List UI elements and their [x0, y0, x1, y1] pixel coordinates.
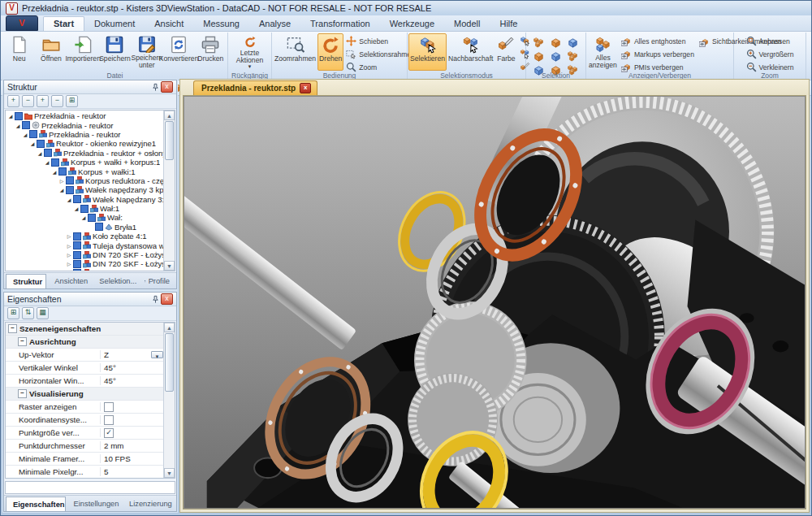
selektion-tool-icon[interactable]	[531, 36, 547, 49]
horizontaler-winkel-field[interactable]: 45°	[101, 376, 164, 385]
speichern-unter-button[interactable]: Speichern unter	[131, 33, 162, 71]
speichern-button[interactable]: Speichern	[99, 33, 131, 71]
expand-selected-button[interactable]: +	[37, 95, 49, 107]
scroll-thumb[interactable]	[165, 121, 174, 160]
close-icon[interactable]: x	[161, 81, 173, 93]
tree-item[interactable]: ◢Wał:	[6, 213, 163, 222]
neu-button[interactable]: Neu	[3, 33, 35, 71]
tab-hilfe[interactable]: Hilfe	[490, 17, 527, 31]
oeffnen-button[interactable]: Öffnen	[35, 33, 67, 71]
vertikaler-winkel-field[interactable]: 45°	[101, 363, 164, 372]
scroll-down-icon[interactable]: ▼	[164, 468, 175, 478]
tree-item[interactable]: ▷Korpus reduktora - część dolna:1	[6, 176, 163, 185]
tree-item[interactable]: ◢Reuktor - okienko rewizyjne1	[6, 139, 163, 148]
expand-all-button[interactable]: +	[7, 95, 19, 107]
tree-item[interactable]: ◢Przekładnia - reuktor	[6, 130, 163, 139]
close-icon[interactable]: x	[161, 293, 173, 305]
property-group-header[interactable]: −Visualisierung	[6, 388, 164, 401]
tab-transformation[interactable]: Transformation	[300, 17, 380, 31]
schieben-button[interactable]: Schieben	[343, 35, 417, 47]
tree-item[interactable]: ▷DIN 720 SKF - Łożysko stożkowe	[6, 250, 163, 259]
selektionsrahmen-button[interactable]: Selektionsrahmen	[343, 48, 417, 60]
selektion-tool-icon[interactable]	[565, 50, 581, 63]
tab-modell[interactable]: Modell	[444, 17, 490, 31]
selektion-tool-icon[interactable]	[531, 50, 547, 63]
punktdurchmesser-field[interactable]: 2 mm	[101, 441, 164, 450]
markups-verbergen-button[interactable]: Markups verbergen	[619, 48, 697, 60]
title-bar[interactable]: V Przekładnia - reuktor.stp - Kisters 3D…	[1, 1, 811, 15]
collapse-all-button[interactable]: −	[22, 95, 34, 107]
tab-dokument[interactable]: Dokument	[84, 17, 145, 31]
tab-analyse[interactable]: Analyse	[249, 17, 300, 31]
tree-item[interactable]: ◢Wałek napędzany 3 kpl.:1	[6, 185, 163, 194]
alles-anzeigen-button[interactable]: Alles anzeigen	[587, 33, 619, 71]
letzte-aktionen-button[interactable]: Letzte Aktionen▼	[229, 33, 270, 71]
tree-item[interactable]: ◢Korpus + wałki + korpus:1	[6, 158, 163, 167]
sort-button[interactable]: ⇅	[22, 307, 34, 319]
zoomrahmen-button[interactable]: Zoomrahmen	[273, 33, 317, 71]
tab-struktur[interactable]: Struktur	[6, 274, 46, 288]
selektieren-button[interactable]: Selektieren	[408, 33, 447, 71]
filter-button[interactable]: ▦	[37, 307, 49, 319]
tab-messung[interactable]: Messung	[193, 17, 249, 31]
drehen-button[interactable]: Drehen	[317, 33, 343, 71]
importieren-button[interactable]: Importieren	[67, 33, 99, 71]
close-icon[interactable]: x	[300, 83, 311, 93]
scroll-up-icon[interactable]: ▲	[164, 111, 175, 120]
property-group-header[interactable]: −Szeneneigenschaften	[6, 323, 164, 336]
tree-item[interactable]: ▷Koło zębate 4:1	[6, 232, 163, 241]
tree-item[interactable]: ◢Przekładnia - reuktor	[6, 111, 163, 120]
raster-anzeigen-checkbox[interactable]	[104, 402, 114, 412]
tree-item[interactable]: ▷ISO 6194/1 80x100x10 - Typ 2:1	[6, 269, 163, 271]
tab-eigenschaften[interactable]: Eigenschaften	[6, 496, 66, 511]
pin-icon[interactable]	[149, 81, 161, 93]
ribbon-group-bedienung: Zoomrahmen Drehen Schieben Selektionsrah…	[272, 33, 408, 80]
anpassen-button[interactable]: Anpassen	[744, 35, 797, 47]
konvertieren-button[interactable]: Konvertieren	[162, 33, 194, 71]
tab-werkzeuge[interactable]: Werkzeuge	[380, 17, 444, 31]
property-group-header[interactable]: −Ausrichtung	[6, 336, 164, 349]
chevron-down-icon[interactable]: ▼	[151, 351, 163, 358]
window-title: Przekładnia - reuktor.stp - Kisters 3DVi…	[22, 3, 431, 13]
selektion-tool-icon[interactable]	[548, 36, 564, 49]
nachbarschaft-button[interactable]: Nachbarschaft	[447, 33, 495, 71]
tab-profile[interactable]: Profile	[140, 274, 175, 288]
tree-item[interactable]: ◢Przekładnia - reuktor + osłony zewnęt	[6, 149, 163, 158]
up-vektor-dropdown[interactable]: Z▼	[101, 350, 164, 359]
tab-ansichten[interactable]: Ansichten	[47, 274, 91, 288]
minimale-framerate-field[interactable]: 10 FPS	[101, 454, 164, 463]
minimale-pixelgroesse-field[interactable]: 5	[101, 467, 164, 476]
selektion-tool-icon[interactable]	[548, 50, 564, 63]
tab-lizenzierung[interactable]: Lizenzierung	[122, 496, 175, 511]
pin-icon[interactable]	[149, 293, 161, 305]
application-menu-button[interactable]: V	[6, 15, 38, 31]
scroll-up-icon[interactable]: ▲	[164, 323, 175, 332]
3d-viewport[interactable]	[184, 97, 805, 508]
tab-ansicht[interactable]: Ansicht	[145, 17, 193, 31]
tree-options-button[interactable]: ⊞	[66, 95, 78, 107]
properties-scrollbar[interactable]: ▲ ▼	[163, 323, 175, 478]
document-tab[interactable]: Przekladnia - reuktor.stp x	[193, 80, 317, 95]
tab-start[interactable]: Start	[43, 16, 84, 31]
scroll-thumb[interactable]	[165, 333, 174, 392]
selektion-tool-icon[interactable]	[565, 36, 581, 49]
farbe-button[interactable]: Farbe	[495, 33, 517, 71]
tab-selektionen[interactable]: Selektion...	[92, 274, 139, 288]
tree-item[interactable]: ◢Przekładnia - reuktor	[6, 120, 163, 129]
categorize-button[interactable]: ⊞	[7, 307, 19, 319]
tree-scrollbar[interactable]: ▲ ▼	[163, 111, 175, 271]
punktgroesse-checkbox[interactable]: ✓	[104, 428, 114, 438]
alles-entghosten-button[interactable]: Alles entghosten	[619, 35, 697, 47]
tree-item[interactable]: ◢Korpus + wałki:1	[6, 167, 163, 176]
tree-item[interactable]: Bryła1	[6, 223, 163, 232]
koordinatensystem-checkbox[interactable]	[104, 415, 114, 425]
tab-einstellungen[interactable]: Einstellungen	[67, 496, 121, 511]
collapse-selected-button[interactable]: −	[51, 95, 63, 107]
tree-item[interactable]: ▷DIN 720 SKF - Łożysko stożkowe	[6, 259, 163, 268]
tree-item[interactable]: ◢Wałek Napędzany 3:1	[6, 195, 163, 204]
vergroessern-button[interactable]: Vergrößern	[744, 48, 797, 60]
tree-item[interactable]: ◢Wał:1	[6, 204, 163, 213]
tree-item[interactable]: ▷Tuleja dystansowa wałka napęd	[6, 241, 163, 249]
scroll-down-icon[interactable]: ▼	[164, 261, 175, 271]
drucken-button[interactable]: Drucken	[195, 33, 227, 71]
